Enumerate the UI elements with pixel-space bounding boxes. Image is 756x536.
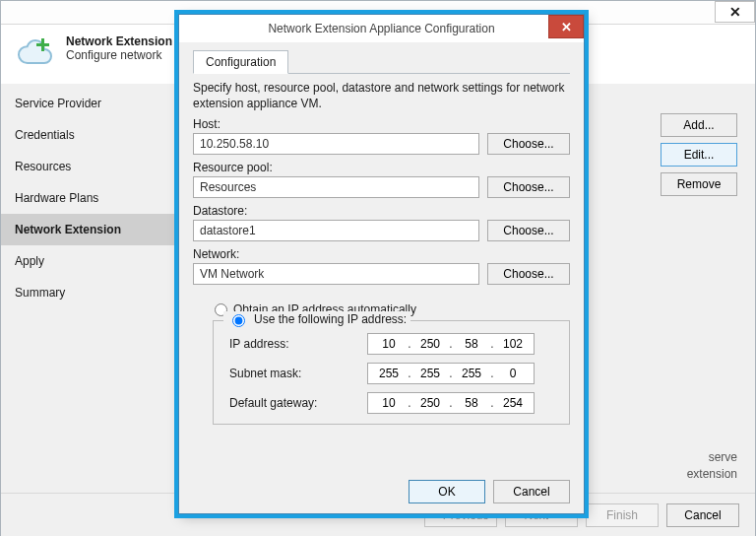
subnet-label: Subnet mask: [229,367,367,380]
wizard-subtitle: Configure network [66,48,172,62]
nav-item-apply[interactable]: Apply [1,245,176,277]
finish-button[interactable]: Finish [586,503,659,527]
tab-configuration[interactable]: Configuration [193,50,288,74]
svg-rect-1 [36,43,49,46]
ip-address-octet-3[interactable] [457,337,486,351]
ok-button[interactable]: OK [409,480,485,503]
ip-manual-radio[interactable] [232,314,245,327]
dialog-title: Network Extension Appliance Configuratio… [268,22,494,35]
ip-address-octet-4[interactable] [498,337,528,351]
ip-manual-group: Use the following IP address: IP address… [213,320,570,425]
nav-item-service-provider[interactable]: Service Provider [1,88,176,119]
wizard-close-button[interactable]: ✕ [715,1,755,23]
network-label: Network: [193,247,570,261]
tab-strip: Configuration [193,50,570,74]
gateway-octet-1[interactable] [374,396,404,410]
ip-manual-label: Use the following IP address: [254,312,407,326]
gateway-octet-4[interactable] [498,396,528,410]
gateway-input[interactable]: . . . [367,392,535,414]
dialog-cancel-button[interactable]: Cancel [493,480,570,503]
resource-pool-label: Resource pool: [193,161,570,174]
subnet-octet-4[interactable] [498,367,528,380]
nav-item-resources[interactable]: Resources [1,151,176,182]
ip-address-octet-1[interactable] [374,337,404,351]
nav-item-summary[interactable]: Summary [1,277,176,308]
wizard-title: Network Extension [66,34,172,48]
nav-item-hardware-plans[interactable]: Hardware Plans [1,182,176,214]
dialog-titlebar: Network Extension Appliance Configuratio… [179,15,584,42]
ip-address-octet-2[interactable] [415,337,445,351]
subnet-octet-2[interactable] [415,367,445,380]
add-button[interactable]: Add... [661,113,737,137]
appliance-config-dialog: Network Extension Appliance Configuratio… [178,14,585,514]
nav-item-network-extension[interactable]: Network Extension [1,214,176,245]
cloud-plus-icon [15,34,56,72]
wizard-nav: Service Provider Credentials Resources H… [1,84,177,493]
host-label: Host: [193,117,570,131]
gateway-octet-3[interactable] [457,396,486,410]
resource-pool-input[interactable] [193,176,479,198]
gateway-octet-2[interactable] [415,396,445,410]
ip-address-input[interactable]: . . . [367,333,535,355]
wizard-cancel-button[interactable]: Cancel [666,503,739,527]
edit-button[interactable]: Edit... [661,143,737,167]
host-input[interactable] [193,133,479,155]
host-choose-button[interactable]: Choose... [487,133,570,155]
gateway-label: Default gateway: [229,396,367,410]
resource-pool-choose-button[interactable]: Choose... [487,176,570,198]
dialog-close-button[interactable]: ✕ [548,15,584,38]
dialog-description: Specify host, resource pool, datastore a… [193,80,570,111]
remove-button[interactable]: Remove [661,172,737,196]
subnet-octet-3[interactable] [457,367,486,380]
datastore-choose-button[interactable]: Choose... [487,220,570,241]
nav-item-credentials[interactable]: Credentials [1,119,176,151]
network-choose-button[interactable]: Choose... [487,263,570,285]
datastore-input[interactable] [193,220,479,241]
close-icon: ✕ [729,3,741,21]
subnet-input[interactable]: . . . [367,363,535,384]
subnet-octet-1[interactable] [374,367,404,380]
wizard-hint-text: serve extension [687,449,737,483]
close-icon: ✕ [561,20,572,34]
datastore-label: Datastore: [193,204,570,218]
ip-address-label: IP address: [229,337,367,351]
network-input[interactable] [193,263,479,285]
